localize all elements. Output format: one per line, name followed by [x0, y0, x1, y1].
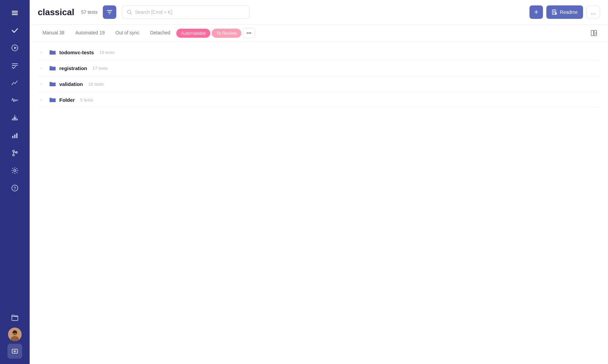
svg-rect-9: [12, 136, 13, 138]
folder-count-registration: 17 tests: [93, 66, 108, 71]
sidebar-bottom: [7, 310, 22, 359]
svg-rect-2: [12, 14, 18, 15]
svg-rect-1: [12, 12, 18, 13]
folder-icon: [49, 65, 56, 71]
import-icon[interactable]: [7, 111, 22, 125]
tab-out-of-sync[interactable]: Out of sync: [111, 25, 144, 41]
tab-manual[interactable]: Manual 38: [38, 25, 69, 41]
readme-button[interactable]: Readme: [546, 5, 583, 19]
folder-count-folder: 5 tests: [80, 97, 93, 102]
settings-icon[interactable]: [7, 163, 22, 178]
check-icon[interactable]: [7, 23, 22, 38]
svg-rect-31: [594, 30, 597, 36]
tab-detached[interactable]: Detached: [145, 25, 175, 41]
folder-count-todomvc: 19 tests: [99, 50, 115, 55]
folder-stack-icon[interactable]: [7, 310, 22, 325]
tab-more-button[interactable]: •••: [243, 28, 255, 38]
header-actions: + Readme ...: [529, 5, 600, 19]
folder-icon: [49, 97, 56, 103]
tab-to-review[interactable]: To Review: [212, 29, 241, 38]
svg-point-12: [13, 150, 14, 152]
more-options-button[interactable]: ...: [586, 5, 600, 19]
svg-point-13: [13, 154, 14, 156]
svg-point-16: [14, 170, 16, 172]
play-icon[interactable]: [7, 40, 22, 55]
list-check-icon[interactable]: [7, 58, 22, 73]
header: classical 57 tests Search [Cmd + K] +: [30, 0, 608, 25]
activity-icon[interactable]: [7, 93, 22, 108]
search-icon: [127, 9, 132, 15]
readme-label: Readme: [560, 9, 578, 15]
folder-icon: [49, 81, 56, 87]
main-content: classical 57 tests Search [Cmd + K] +: [30, 0, 608, 364]
svg-rect-10: [14, 134, 16, 138]
search-box[interactable]: Search [Cmd + K]: [122, 5, 250, 19]
tabs-right-actions: [588, 27, 600, 39]
help-icon[interactable]: ?: [7, 181, 22, 195]
avatar[interactable]: [8, 328, 22, 341]
tab-automated[interactable]: Automated 19: [70, 25, 109, 41]
folder-name-validation: validation: [59, 81, 83, 87]
keyboard-shortcut-icon[interactable]: [7, 344, 22, 359]
test-count-label: 57 tests: [81, 9, 97, 15]
svg-rect-11: [16, 133, 18, 138]
app-title: classical: [38, 7, 74, 18]
svg-text:?: ?: [13, 186, 16, 191]
chevron-right-icon: ›: [40, 50, 46, 55]
folder-item-todomvc[interactable]: › todomvc-tests 19 tests: [38, 44, 600, 60]
folder-name-registration: registration: [59, 65, 87, 71]
chevron-right-icon: ›: [40, 97, 46, 102]
chevron-right-icon: ›: [40, 82, 46, 86]
folder-item-registration[interactable]: › registration 17 tests: [38, 60, 600, 76]
svg-line-24: [130, 13, 132, 14]
readme-icon: [552, 9, 557, 15]
folder-name-folder: Folder: [59, 97, 75, 103]
folder-item-folder[interactable]: › Folder 5 tests: [38, 92, 600, 108]
svg-rect-30: [591, 30, 594, 36]
tabs-bar: Manual 38 Automated 19 Out of sync Detac…: [30, 25, 608, 42]
folder-list: › todomvc-tests 19 tests › registration …: [30, 42, 608, 364]
svg-rect-29: [555, 12, 557, 14]
add-button[interactable]: +: [529, 5, 543, 19]
folder-icon: [49, 49, 56, 55]
hamburger-icon[interactable]: [7, 5, 22, 20]
sidebar: ?: [0, 0, 30, 364]
analytics-icon[interactable]: [7, 75, 22, 90]
svg-rect-7: [12, 119, 18, 120]
search-placeholder: Search [Cmd + K]: [135, 9, 172, 15]
git-branch-icon[interactable]: [7, 146, 22, 160]
bar-chart-icon[interactable]: [7, 128, 22, 143]
chevron-right-icon: ›: [40, 66, 46, 70]
column-toggle-button[interactable]: [588, 27, 600, 39]
svg-rect-0: [12, 11, 18, 12]
svg-marker-4: [14, 47, 17, 49]
folder-count-validation: 16 tests: [88, 82, 104, 87]
tab-automatable[interactable]: Automatable: [176, 29, 210, 38]
folder-name-todomvc: todomvc-tests: [59, 50, 94, 55]
filter-button[interactable]: [103, 5, 116, 19]
folder-item-validation[interactable]: › validation 16 tests: [38, 76, 600, 92]
